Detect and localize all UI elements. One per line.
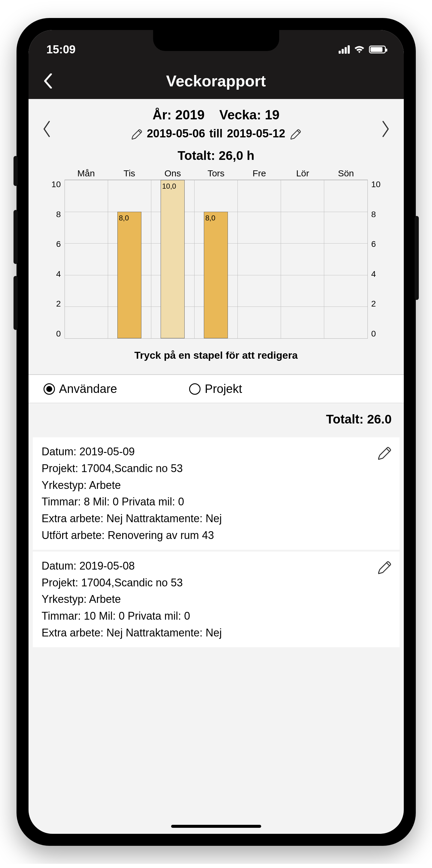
total-hours: Totalt: 26,0 h	[34, 149, 398, 163]
entry-line: Yrkestyp: Arbete	[42, 591, 391, 608]
y-tick: 8	[44, 210, 61, 219]
y-tick: 8	[371, 210, 389, 219]
entries-list: Datum: 2019-05-09Projekt: 17004,Scandic …	[29, 437, 404, 647]
chart-bar[interactable]: 10,0	[161, 180, 184, 338]
page-title: Veckorapport	[166, 72, 266, 90]
status-icons	[339, 45, 386, 54]
side-button	[13, 210, 18, 264]
bar-label: 10,0	[162, 182, 176, 190]
chart-column[interactable]	[238, 180, 281, 338]
entry-card[interactable]: Datum: 2019-05-08Projekt: 17004,Scandic …	[33, 552, 400, 647]
edit-entry-icon[interactable]	[377, 445, 392, 460]
date-sep: till	[209, 127, 223, 140]
chart-day-label: Ons	[151, 168, 194, 179]
phone-frame: 15:09 Veckorapport År: 2019	[17, 18, 416, 846]
y-axis-left: 1086420	[44, 180, 64, 339]
radio-project[interactable]: Projekt	[189, 382, 242, 396]
entry-line: Timmar: 8 Mil: 0 Privata mil: 0	[42, 493, 391, 510]
list-total: Totalt: 26.0	[29, 403, 404, 435]
entry-line: Utfört arbete: Renovering av rum 43	[42, 527, 391, 544]
edit-end-date-icon[interactable]	[289, 128, 301, 140]
y-tick: 4	[44, 269, 61, 279]
entry-line: Extra arbete: Nej Nattraktamente: Nej	[42, 624, 391, 641]
week-label: Vecka: 19	[219, 107, 280, 122]
year-label: År: 2019	[152, 107, 205, 122]
edit-entry-icon[interactable]	[377, 559, 392, 575]
home-indicator[interactable]	[171, 825, 261, 828]
entry-line: Yrkestyp: Arbete	[42, 477, 391, 494]
y-tick: 0	[44, 329, 61, 339]
bar-label: 8,0	[205, 214, 215, 222]
chart-day-label: Sön	[324, 168, 368, 179]
date-to: 2019-05-12	[227, 127, 285, 140]
chart-column[interactable]: 10,0	[151, 180, 195, 338]
entry-card[interactable]: Datum: 2019-05-09Projekt: 17004,Scandic …	[33, 437, 400, 550]
entry-line: Timmar: 10 Mil: 0 Privata mil: 0	[42, 608, 391, 624]
chart-day-label: Mån	[64, 168, 108, 179]
y-tick: 4	[371, 269, 389, 279]
chart-day-label: Tors	[194, 168, 237, 179]
radio-icon	[189, 383, 201, 395]
chart-plot: 8,010,08,0	[64, 180, 368, 339]
title-bar: Veckorapport	[29, 63, 404, 99]
screen: 15:09 Veckorapport År: 2019	[29, 30, 404, 834]
chart-column[interactable]	[65, 180, 108, 338]
y-tick: 0	[371, 329, 389, 339]
radio-project-label: Projekt	[205, 382, 242, 396]
date-from: 2019-05-06	[147, 127, 205, 140]
radio-icon	[44, 383, 55, 395]
bar-label: 8,0	[119, 214, 129, 222]
y-tick: 2	[44, 299, 61, 309]
date-range: 2019-05-06 till 2019-05-12	[34, 127, 398, 140]
header-info: År: 2019 Vecka: 19 2019-05-06 till 2019-…	[29, 99, 404, 375]
entry-line: Projekt: 17004,Scandic no 53	[42, 460, 391, 477]
chart-bar[interactable]: 8,0	[204, 212, 228, 338]
year-week-label: År: 2019 Vecka: 19	[34, 107, 398, 122]
chart-day-label: Tis	[108, 168, 151, 179]
notch	[153, 30, 279, 51]
prev-week-button[interactable]	[42, 120, 51, 138]
chart-column[interactable]: 8,0	[195, 180, 238, 338]
y-tick: 10	[371, 180, 389, 189]
status-time: 15:09	[47, 43, 76, 56]
entry-line: Datum: 2019-05-09	[42, 443, 391, 460]
y-axis-right: 1086420	[368, 180, 389, 339]
battery-icon	[369, 45, 386, 53]
side-button	[13, 276, 18, 330]
chart-day-label: Lör	[281, 168, 324, 179]
back-button[interactable]	[44, 73, 53, 89]
y-tick: 6	[371, 239, 389, 249]
radio-user-label: Användare	[59, 382, 117, 396]
signal-icon	[339, 45, 350, 54]
entry-line: Extra arbete: Nej Nattraktamente: Nej	[42, 510, 391, 527]
edit-start-date-icon[interactable]	[131, 128, 143, 140]
content: År: 2019 Vecka: 19 2019-05-06 till 2019-…	[29, 99, 404, 647]
entry-line: Projekt: 17004,Scandic no 53	[42, 575, 391, 591]
chart: MånTisOnsTorsFreLörSön 1086420 8,010,08,…	[34, 163, 398, 342]
chart-day-label: Fre	[238, 168, 281, 179]
chart-bar[interactable]: 8,0	[117, 212, 141, 338]
entry-line: Datum: 2019-05-08	[42, 558, 391, 575]
y-tick: 2	[371, 299, 389, 309]
chart-column[interactable]	[281, 180, 324, 338]
side-button	[414, 216, 419, 300]
view-toggle: Användare Projekt	[29, 375, 404, 403]
radio-user[interactable]: Användare	[44, 382, 117, 396]
side-button	[13, 156, 18, 186]
next-week-button[interactable]	[381, 120, 391, 138]
chart-hint: Tryck på en stapel för att redigera	[34, 342, 398, 370]
chart-column[interactable]	[324, 180, 368, 338]
wifi-icon	[354, 45, 365, 53]
chart-column[interactable]: 8,0	[108, 180, 151, 338]
y-tick: 10	[44, 180, 61, 189]
y-tick: 6	[44, 239, 61, 249]
